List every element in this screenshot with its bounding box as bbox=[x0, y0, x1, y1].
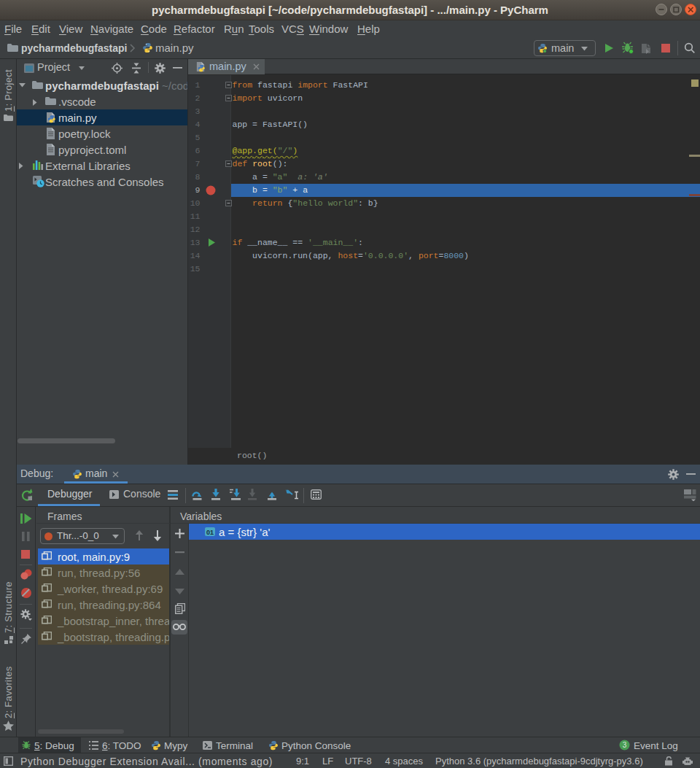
svg-text:01: 01 bbox=[206, 529, 214, 536]
svg-text:3: 3 bbox=[623, 741, 627, 749]
